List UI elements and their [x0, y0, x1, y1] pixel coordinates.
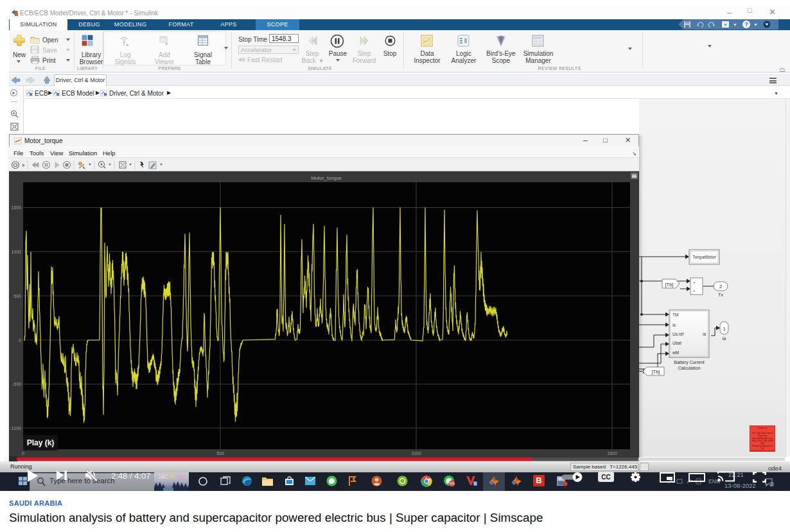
- svg-text:1500: 1500: [11, 205, 21, 210]
- svg-text:Tx: Tx: [718, 293, 723, 297]
- svg-text:B: B: [474, 481, 477, 486]
- svg-text:500: 500: [13, 294, 21, 298]
- svg-text:ia: ia: [703, 332, 706, 336]
- svg-text:Ubat: Ubat: [672, 341, 681, 345]
- svg-text:is: is: [672, 323, 676, 327]
- svg-text:Us.ref: Us.ref: [672, 332, 684, 336]
- svg-text:500: 500: [216, 451, 224, 456]
- svg-text:2: 2: [719, 284, 722, 289]
- svg-text:1000: 1000: [411, 451, 421, 456]
- svg-text:wM: wM: [672, 350, 679, 355]
- svg-text:99: 99: [450, 481, 455, 486]
- svg-text:-500: -500: [12, 382, 21, 386]
- svg-text:0: 0: [19, 338, 21, 343]
- svg-text:[Tb]: [Tb]: [665, 282, 674, 287]
- svg-text:»: »: [724, 22, 727, 27]
- svg-text:?: ?: [744, 21, 748, 28]
- svg-text:1500: 1500: [607, 451, 617, 456]
- svg-text:-1000: -1000: [10, 426, 21, 431]
- svg-text:Motor_torque: Motor_torque: [311, 175, 342, 181]
- svg-text:0: 0: [22, 451, 24, 456]
- svg-text:2: 2: [771, 482, 773, 486]
- svg-text:1000: 1000: [11, 250, 21, 254]
- svg-text:TM: TM: [672, 313, 678, 317]
- svg-text:ia: ia: [723, 336, 726, 341]
- svg-text:Calculation: Calculation: [678, 366, 701, 370]
- svg-text:CC: CC: [601, 474, 610, 481]
- svg-text:TorqueMotor: TorqueMotor: [692, 255, 716, 260]
- svg-text:+: +: [693, 280, 696, 284]
- svg-text:Battery Current: Battery Current: [674, 360, 705, 365]
- svg-text:+: +: [693, 289, 696, 293]
- svg-text:[Tb]: [Tb]: [652, 369, 660, 375]
- svg-text:1: 1: [723, 326, 725, 332]
